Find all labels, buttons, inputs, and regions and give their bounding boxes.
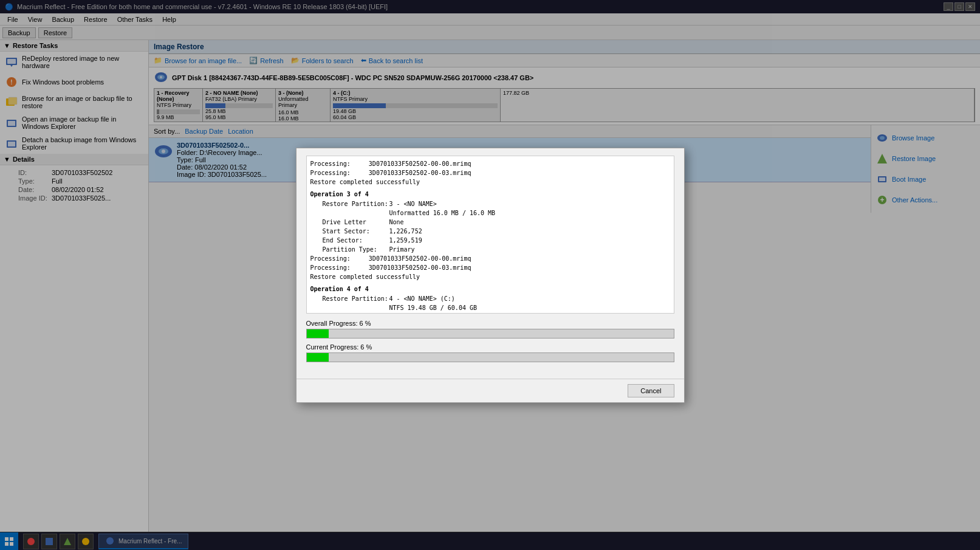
cancel-button[interactable]: Cancel <box>628 384 674 397</box>
overall-progress-label: Overall Progress: 6 % <box>306 320 674 327</box>
log-op4-header: Operation 4 of 4 <box>310 285 670 294</box>
restore-progress-modal: Processing: 3D0701033F502502-00-00.mrimq… <box>296 148 685 403</box>
current-progress-bar <box>306 352 674 362</box>
log-op4-drive: Drive LetterC: <box>310 313 670 314</box>
log-op3-drive: Drive LetterNone <box>310 218 670 227</box>
log-op3-restore-partition: Restore Partition:3 - <NO NAME> <box>310 200 670 208</box>
modal-overlay: Processing: 3D0701033F502502-00-00.mrimq… <box>0 0 980 550</box>
current-progress-section: Current Progress: 6 % <box>306 343 674 362</box>
log-op3-end: End Sector:1,259,519 <box>310 236 670 245</box>
log-op3-proc2: Processing: 3D0701033F502502-00-03.mrimq <box>310 264 670 272</box>
current-progress-fill <box>307 353 329 362</box>
log-op3-parttype: Partition Type:Primary <box>310 246 670 254</box>
log-op2-status: Restore completed successfully <box>310 178 670 187</box>
overall-progress-bar <box>306 329 674 339</box>
modal-footer: Cancel <box>296 379 684 402</box>
overall-progress-fill <box>307 329 329 338</box>
log-op3-type: Unformatted 16.0 MB / 16.0 MB <box>310 209 670 218</box>
log-op3-header: Operation 3 of 4 <box>310 190 670 199</box>
overall-progress-section: Overall Progress: 6 % <box>306 320 674 339</box>
modal-content: Processing: 3D0701033F502502-00-00.mrimq… <box>296 148 684 379</box>
log-op4-type: NTFS 19.48 GB / 60.04 GB <box>310 304 670 312</box>
log-op2-processing2: Processing: 3D0701033F502502-00-03.mrimq <box>310 169 670 177</box>
log-op3-proc1: Processing: 3D0701033F502502-00-00.mrimq <box>310 255 670 263</box>
current-progress-label: Current Progress: 6 % <box>306 343 674 351</box>
modal-log[interactable]: Processing: 3D0701033F502502-00-00.mrimq… <box>306 156 674 314</box>
log-op2-processing1: Processing: 3D0701033F502502-00-00.mrimq <box>310 160 670 168</box>
log-op4-restore-partition: Restore Partition:4 - <NO NAME> (C:) <box>310 295 670 303</box>
log-op3-status2: Restore completed successfully <box>310 273 670 281</box>
log-op3-start: Start Sector:1,226,752 <box>310 227 670 236</box>
